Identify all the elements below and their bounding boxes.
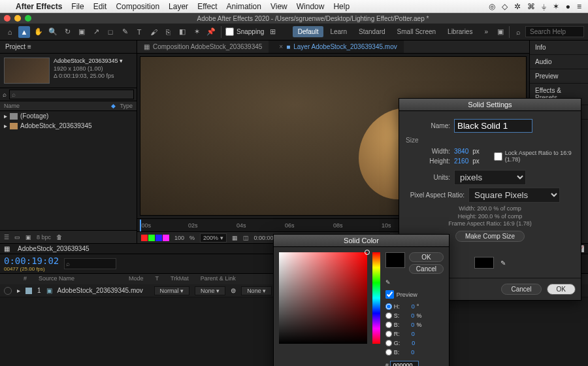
bpc-label[interactable]: 8 bpc: [37, 234, 51, 241]
search-help-input[interactable]: [525, 26, 584, 37]
hand-tool-icon[interactable]: ✋: [33, 26, 44, 38]
clone-tool-icon[interactable]: ⎘: [162, 26, 174, 38]
g-radio[interactable]: [385, 340, 392, 346]
project-search-input[interactable]: [9, 90, 134, 99]
timeline-search-input[interactable]: [64, 258, 116, 269]
red-channel-icon[interactable]: [141, 235, 148, 241]
r-radio[interactable]: [385, 331, 392, 337]
col-num[interactable]: #: [24, 275, 27, 283]
status-icon[interactable]: ●: [566, 2, 570, 11]
type-tool-icon[interactable]: T: [133, 26, 145, 38]
status-icon[interactable]: ✲: [514, 2, 521, 11]
menu-help[interactable]: Help: [333, 2, 350, 11]
visibility-icon[interactable]: [4, 287, 12, 295]
menu-file[interactable]: File: [71, 2, 84, 11]
reset-workspace-icon[interactable]: ▣: [495, 26, 506, 38]
menu-window[interactable]: Window: [297, 2, 325, 11]
menu-edit[interactable]: Edit: [93, 2, 107, 11]
eyedropper-icon[interactable]: ✎: [500, 259, 506, 267]
zoom-dropdown[interactable]: 200% ▾: [200, 233, 227, 242]
workspace-overflow-icon[interactable]: »: [479, 26, 493, 37]
trkmat-dropdown[interactable]: None ▾: [195, 286, 225, 295]
units-dropdown[interactable]: pixels: [454, 170, 526, 185]
hex-input[interactable]: [390, 361, 419, 366]
alpha-value[interactable]: 100: [174, 235, 184, 241]
status-icon[interactable]: ◇: [502, 2, 508, 11]
viewer-tab-layer[interactable]: × ■ Layer AdobeStock_203639345.mov: [269, 41, 403, 53]
ok-button[interactable]: OK: [547, 284, 576, 295]
green-channel-icon[interactable]: [148, 235, 155, 241]
h-radio[interactable]: [385, 303, 392, 310]
close-tab-icon[interactable]: ×: [279, 43, 283, 50]
make-comp-size-button[interactable]: Make Comp Size: [455, 231, 525, 242]
zoom-icon[interactable]: [25, 15, 31, 22]
preview-swatch[interactable]: [385, 252, 405, 268]
col-source[interactable]: Source Name: [39, 275, 117, 283]
col-parent[interactable]: Parent & Link: [201, 275, 236, 283]
height-value[interactable]: 2160: [454, 158, 468, 165]
width-value[interactable]: 3840: [454, 148, 468, 155]
project-row-comp[interactable]: ▸ AdobeStock_203639345: [0, 121, 137, 131]
eyedropper-icon[interactable]: ✎: [385, 279, 444, 286]
traffic-lights[interactable]: [4, 15, 31, 22]
status-icon[interactable]: ⌘: [527, 2, 535, 11]
workspace-default[interactable]: Default: [293, 26, 324, 37]
interpret-icon[interactable]: ☰: [4, 234, 9, 241]
status-icon[interactable]: ≡: [577, 2, 581, 11]
shape-tool-icon[interactable]: □: [105, 26, 116, 38]
lock-aspect-checkbox[interactable]: [494, 152, 502, 161]
workspace-small[interactable]: Small Screen: [392, 26, 441, 37]
home-icon[interactable]: ⌂: [4, 26, 16, 38]
bl-radio[interactable]: [385, 349, 392, 356]
new-folder-icon[interactable]: ▭: [14, 234, 20, 241]
parent-dropdown[interactable]: None ▾: [241, 286, 272, 295]
close-icon[interactable]: [4, 15, 10, 22]
mac-menubar[interactable]: After Effects File Edit Composition Laye…: [0, 0, 588, 13]
twirl-icon[interactable]: ▸: [4, 112, 7, 120]
alpha-channel-icon[interactable]: [163, 235, 169, 241]
camera-tool-icon[interactable]: ▣: [76, 26, 88, 38]
viewer-tab-comp[interactable]: ▦ Composition AdobeStock_203639345: [137, 41, 269, 53]
project-tab[interactable]: Project ≡: [0, 41, 137, 54]
timeline-tab-comp[interactable]: AdobeStock_203639345: [18, 245, 90, 252]
blue-channel-icon[interactable]: [155, 235, 162, 241]
rotate-tool-icon[interactable]: ↻: [61, 26, 73, 38]
preview-checkbox[interactable]: [385, 290, 394, 299]
current-timecode[interactable]: 0:00:19:02: [4, 256, 59, 266]
status-icon[interactable]: ✶: [553, 2, 559, 11]
par-dropdown[interactable]: Square Pixels: [468, 188, 560, 203]
workspace-learn[interactable]: Learn: [325, 26, 352, 37]
menu-view[interactable]: View: [270, 2, 287, 11]
dialog-title[interactable]: Solid Settings: [399, 99, 581, 111]
panel-preview[interactable]: Preview: [530, 69, 588, 84]
minimize-icon[interactable]: [14, 15, 21, 22]
menu-app-name[interactable]: After Effects: [16, 2, 62, 11]
blend-mode-dropdown[interactable]: Normal ▾: [154, 286, 190, 295]
twirl-icon[interactable]: ▸: [17, 287, 20, 294]
status-icon[interactable]: ⏚: [542, 2, 546, 11]
trash-icon[interactable]: 🗑: [56, 234, 62, 241]
render-queue-icon[interactable]: ▦: [4, 245, 10, 252]
zoom-tool-icon[interactable]: 🔍: [47, 26, 59, 38]
pickwhip-icon[interactable]: ⊚: [231, 287, 236, 294]
color-field[interactable]: [279, 252, 367, 344]
col-mode[interactable]: Mode: [129, 275, 144, 283]
snapping-checkbox[interactable]: [225, 27, 234, 36]
roto-tool-icon[interactable]: ✶: [191, 26, 203, 38]
col-t[interactable]: T: [155, 275, 159, 283]
solid-color-swatch[interactable]: [474, 257, 494, 269]
res-icon[interactable]: ▦: [232, 235, 238, 241]
picker-ok-button[interactable]: OK: [409, 252, 444, 262]
workspace-standard[interactable]: Standard: [353, 26, 391, 37]
picker-cancel-button[interactable]: Cancel: [409, 264, 444, 274]
mask-icon[interactable]: ◫: [243, 235, 249, 241]
workspace-libraries[interactable]: Libraries: [442, 26, 478, 37]
pen-tool-icon[interactable]: ✎: [119, 26, 131, 38]
playhead-icon[interactable]: [140, 220, 141, 231]
footage-name[interactable]: AdobeStock_203639345 ▾: [54, 58, 123, 65]
menu-effect[interactable]: Effect: [197, 2, 217, 11]
eraser-tool-icon[interactable]: ◧: [176, 26, 188, 38]
footage-thumbnail[interactable]: [4, 58, 50, 84]
picker-title[interactable]: Solid Color: [274, 235, 449, 247]
col-trkmat[interactable]: TrkMat: [171, 275, 189, 283]
